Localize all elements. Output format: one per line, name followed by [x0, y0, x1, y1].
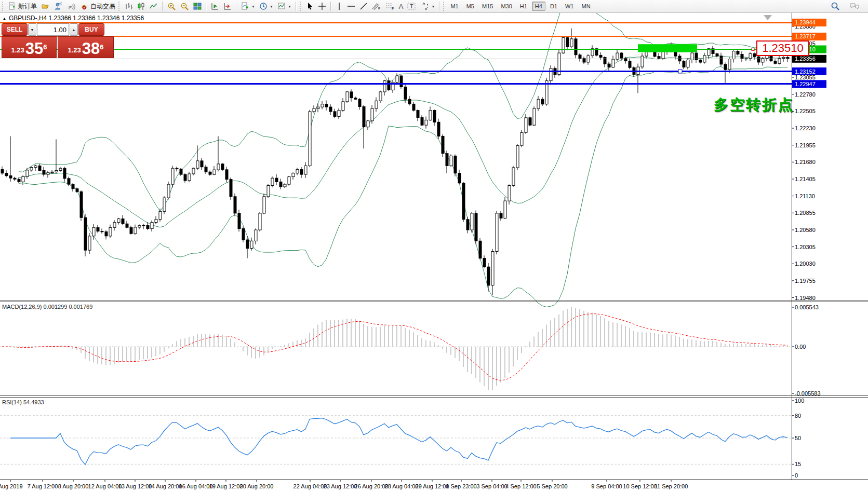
volume-input[interactable] [37, 23, 69, 36]
buy-price-sup: 6 [100, 45, 103, 50]
line-chart-icon [150, 2, 158, 10]
buy-price-big: 38 [82, 42, 100, 56]
time-axis[interactable]: Aug 20197 Aug 12:008 Aug 20:0012 Aug 04:… [0, 480, 688, 489]
channel-button[interactable]: E [370, 1, 383, 12]
auto-scroll-button[interactable] [221, 1, 234, 12]
autotrading-button[interactable]: 自动交易 [78, 1, 117, 12]
zoom-out-button[interactable] [178, 1, 191, 12]
toolbar-separator [162, 2, 163, 11]
sell-price-small: 1.23 [11, 45, 24, 56]
svg-text:Aug 2019: Aug 2019 [0, 483, 23, 489]
toolbar-grip[interactable] [118, 2, 122, 11]
price-label-annotation[interactable]: 1.23510 [756, 40, 809, 56]
svg-text:8 Aug 20:00: 8 Aug 20:00 [58, 483, 89, 489]
line-chart-button[interactable] [148, 1, 160, 12]
timeframe-h4-button[interactable]: H4 [532, 2, 545, 11]
zoom-out-icon [180, 2, 189, 11]
profile-icon [54, 2, 63, 10]
turning-point-annotation[interactable]: 多空转折点 [714, 95, 794, 115]
svg-text:1.21405: 1.21405 [795, 176, 816, 182]
autotrading-icon [80, 2, 89, 10]
fibonacci-button[interactable]: F [383, 1, 397, 12]
timeframe-m30-button[interactable]: M30 [498, 2, 515, 11]
toolbar-separator [439, 2, 440, 11]
buy-button[interactable]: BUY [78, 23, 104, 36]
text-label-button[interactable]: T [405, 1, 419, 12]
buy-price[interactable]: 1.23386 [58, 36, 114, 58]
signals-button[interactable] [65, 1, 78, 12]
zoom-in-icon [167, 2, 176, 11]
timeframe-mn-button[interactable]: MN [578, 2, 593, 11]
svg-text:0.00: 0.00 [795, 344, 806, 350]
sell-price-sup: 6 [43, 45, 47, 50]
sell-price[interactable]: 1.23356 [2, 36, 57, 58]
zoom-in-button[interactable] [165, 1, 178, 12]
quote-text: GBPUSD-,H4 1.23366 1.23366 1.23346 1.233… [9, 15, 144, 22]
svg-text:7 Aug 12:00: 7 Aug 12:00 [28, 483, 58, 489]
svg-text:1.23356: 1.23356 [795, 56, 816, 62]
horizontal-line-icon [347, 2, 355, 10]
search-button[interactable] [829, 1, 842, 12]
svg-text:1.23944: 1.23944 [795, 19, 816, 25]
new-order-button[interactable]: 新订单 [6, 1, 39, 12]
horizontal-line-button[interactable] [345, 1, 357, 12]
vertical-line-icon [336, 2, 343, 10]
new-order-label: 新订单 [18, 2, 37, 11]
toolbar-grip[interactable] [300, 2, 303, 11]
price-chart[interactable]: 1.238801.236051.230551.227801.225051.222… [0, 13, 868, 492]
timeframe-w1-button[interactable]: W1 [562, 2, 577, 11]
arrows-button[interactable]: ▼ [419, 1, 437, 12]
svg-text:16 Aug 04:00: 16 Aug 04:00 [179, 483, 213, 489]
profile-button[interactable] [52, 1, 65, 12]
toolbar-grip[interactable] [2, 2, 5, 11]
indicators-button[interactable]: ▼ [239, 1, 257, 12]
timeframe-m15-button[interactable]: M15 [479, 2, 496, 11]
svg-text:26 Aug 20:00: 26 Aug 20:00 [355, 483, 389, 489]
object-lines[interactable] [0, 15, 792, 84]
candlestick-chart-button[interactable] [135, 1, 148, 12]
tile-windows-button[interactable] [191, 1, 204, 12]
cursor-button[interactable] [304, 1, 316, 12]
periods-button[interactable]: ▼ [257, 1, 275, 12]
svg-text:1.21130: 1.21130 [795, 193, 815, 199]
sell-button[interactable]: SELL [2, 23, 28, 36]
chart-shift-button[interactable] [209, 1, 221, 12]
toolbar-grip[interactable] [443, 2, 446, 11]
volume-decrease-button[interactable]: ▼ [28, 23, 36, 36]
timeframe-m1-button[interactable]: M1 [447, 2, 461, 11]
volume-increase-button[interactable]: ▲ [70, 23, 78, 36]
svg-text:9 Sep 04:00: 9 Sep 04:00 [591, 483, 622, 489]
chat-button[interactable] [847, 1, 862, 12]
periods-caret-icon: ▼ [270, 5, 273, 8]
svg-text:1.20305: 1.20305 [795, 244, 816, 250]
svg-text:28 Aug 04:00: 28 Aug 04:00 [385, 483, 419, 489]
chart-shift-icon [211, 2, 219, 10]
indicator-panels: MACD(12,26,9) 0.001299 0.0017690.0055430… [0, 300, 868, 480]
bar-chart-button[interactable] [123, 1, 135, 12]
line-handle [678, 70, 682, 73]
vertical-line-button[interactable] [333, 1, 345, 12]
timeframe-d1-button[interactable]: D1 [547, 2, 560, 11]
timeframe-h1-button[interactable]: H1 [517, 2, 530, 11]
folder-icon [41, 2, 50, 10]
symbol-collapse-icon[interactable]: ▲ [2, 16, 7, 21]
svg-text:1.20580: 1.20580 [795, 227, 816, 233]
price-axis[interactable]: 1.238801.236051.230551.227801.225051.222… [792, 13, 826, 480]
charts-folder-button[interactable] [39, 1, 52, 12]
templates-button[interactable]: ▼ [275, 1, 293, 12]
text-button[interactable]: A [397, 1, 406, 12]
svg-text:1.23717: 1.23717 [795, 33, 816, 39]
svg-text:1.22780: 1.22780 [795, 91, 816, 98]
macd-label: MACD(12,26,9) 0.001299 0.001769 [2, 304, 92, 310]
svg-text:-0.005583: -0.005583 [795, 390, 821, 397]
trendline-button[interactable] [357, 1, 370, 12]
trendline-icon [359, 2, 368, 10]
svg-text:0.005543: 0.005543 [795, 304, 819, 310]
timeframe-m5-button[interactable]: M5 [463, 2, 477, 11]
svg-text:22 Aug 04:00: 22 Aug 04:00 [293, 483, 327, 489]
svg-text:3 Sep 04:00: 3 Sep 04:00 [476, 483, 507, 489]
svg-text:11 Sep 20:00: 11 Sep 20:00 [655, 483, 688, 489]
svg-text:1 Sep 23:00: 1 Sep 23:00 [446, 483, 476, 489]
svg-text:80: 80 [795, 413, 801, 419]
crosshair-button[interactable] [316, 1, 328, 12]
